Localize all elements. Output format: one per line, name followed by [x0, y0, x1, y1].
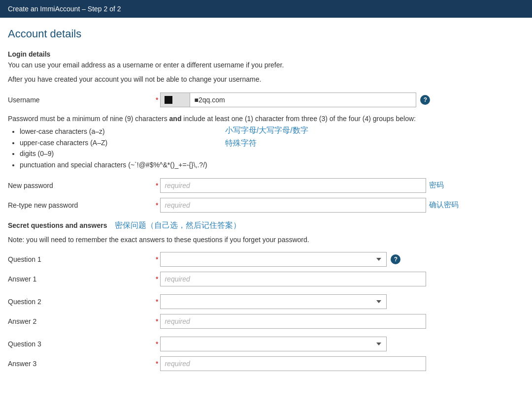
- username-help-icon[interactable]: ?: [420, 95, 430, 105]
- question2-row: Question 2 *: [8, 294, 524, 309]
- username-required-star: *: [156, 96, 158, 104]
- secret-heading: Secret questions and answers: [8, 221, 107, 229]
- password-annotation-block: 小写字母/大写字母/数字 特殊字符: [219, 124, 308, 149]
- question2-select[interactable]: [160, 294, 387, 309]
- question2-group: Question 2 * Answer 2 *: [8, 294, 524, 329]
- answer1-label: Answer 1: [8, 275, 156, 283]
- password-rules-bold: and: [169, 115, 182, 123]
- retype-password-row: Re-type new password * 确认密码: [8, 198, 524, 213]
- question3-label: Question 3: [8, 340, 156, 348]
- secret-section-header: Secret questions and answers 密保问题（自己选，然后…: [8, 220, 524, 231]
- question1-select[interactable]: [160, 252, 387, 267]
- answer3-label: Answer 3: [8, 360, 156, 368]
- new-password-label: New password: [8, 182, 156, 189]
- password-rules-intro: Password must be a minimum of nine (9) c…: [8, 113, 524, 124]
- login-desc1: You can use your email address as a user…: [8, 60, 524, 70]
- new-password-annotation: 密码: [429, 181, 444, 190]
- rule-item-3: digits (0–9): [20, 148, 207, 159]
- answer2-label: Answer 2: [8, 317, 156, 325]
- question3-required-star: *: [156, 340, 158, 348]
- new-password-row: New password * 密码: [8, 178, 524, 193]
- answer1-row: Answer 1 *: [8, 272, 524, 286]
- secret-annotation: 密保问题（自己选，然后记住答案）: [115, 221, 241, 229]
- header-title: Create an ImmiAccount – Step 2 of 2: [8, 5, 121, 13]
- answer1-input[interactable]: [160, 272, 426, 286]
- answer2-required-star: *: [156, 317, 158, 325]
- username-label: Username: [8, 96, 156, 104]
- answer2-input[interactable]: [160, 314, 426, 329]
- retype-password-annotation: 确认密码: [429, 200, 459, 210]
- answer2-row: Answer 2 *: [8, 314, 524, 329]
- username-prefix: [160, 93, 190, 107]
- retype-password-required-star: *: [156, 201, 158, 209]
- question3-select[interactable]: [160, 337, 387, 351]
- password-annotation-line1: 小写字母/大写字母/数字: [225, 124, 308, 137]
- question1-label: Question 1: [8, 255, 156, 263]
- question3-group: Question 3 * Answer 3 *: [8, 337, 524, 371]
- rule-item-2: upper-case characters (A–Z): [20, 137, 207, 148]
- username-prefix-icon: [165, 96, 172, 104]
- login-heading: Login details: [8, 50, 524, 58]
- rule-item-4: punctuation and special characters (~`!@…: [20, 159, 207, 170]
- question2-required-star: *: [156, 298, 158, 306]
- username-input-wrapper: [160, 93, 416, 107]
- password-annotation-line2: 特殊字符: [225, 137, 308, 150]
- new-password-required-star: *: [156, 182, 158, 189]
- username-label-text: Username: [8, 96, 40, 104]
- answer3-required-star: *: [156, 360, 158, 368]
- question1-required-star: *: [156, 255, 158, 263]
- password-rules-rest: include at least one (1) character from …: [181, 115, 415, 123]
- rule-item-1: lower-case characters (a–z): [20, 126, 207, 137]
- page-title: Account details: [8, 28, 524, 40]
- question2-label: Question 2: [8, 298, 156, 306]
- retype-password-label: Re-type new password: [8, 201, 156, 209]
- username-input[interactable]: [190, 93, 416, 107]
- question1-help-icon[interactable]: ?: [391, 254, 400, 264]
- username-row: Username * ?: [8, 93, 524, 107]
- password-rules-list: lower-case characters (a–z) upper-case c…: [20, 126, 207, 170]
- header-bar: Create an ImmiAccount – Step 2 of 2: [0, 0, 532, 18]
- login-desc2: After you have created your account you …: [8, 74, 524, 85]
- new-password-input[interactable]: [160, 178, 426, 193]
- answer3-input[interactable]: [160, 356, 426, 371]
- login-section: Login details You can use your email add…: [8, 50, 524, 85]
- question1-row: Question 1 * ?: [8, 252, 524, 267]
- answer1-required-star: *: [156, 275, 158, 283]
- retype-password-input[interactable]: [160, 198, 426, 213]
- answer3-row: Answer 3 *: [8, 356, 524, 371]
- secret-note: Note: you will need to remember the exac…: [8, 235, 524, 245]
- question1-group: Question 1 * ? Answer 1 *: [8, 252, 524, 286]
- question3-row: Question 3 *: [8, 337, 524, 351]
- password-rules: Password must be a minimum of nine (9) c…: [8, 113, 524, 170]
